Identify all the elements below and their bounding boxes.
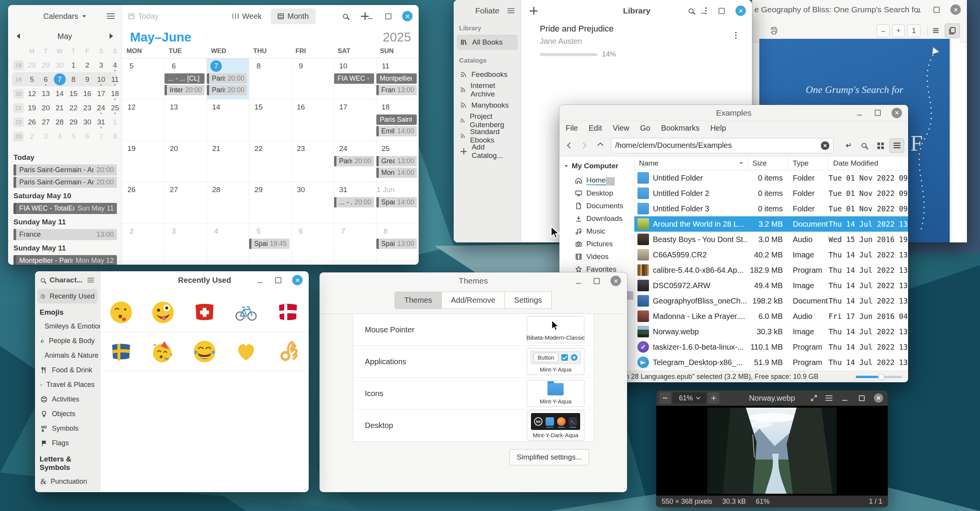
calendar-day-cell[interactable]: 7 bbox=[334, 224, 376, 265]
mini-day[interactable]: 7 bbox=[95, 130, 107, 142]
calendar-day-cell[interactable]: 5 bbox=[122, 58, 165, 100]
grid-view-icon[interactable] bbox=[873, 138, 888, 153]
mini-day[interactable]: 20 bbox=[40, 102, 52, 114]
close-button[interactable] bbox=[874, 393, 883, 403]
calendar-event[interactable]: Paris Sai... 20:00 bbox=[207, 85, 247, 95]
menu-item[interactable]: File bbox=[566, 124, 578, 133]
column-type[interactable]: Type bbox=[788, 156, 829, 170]
emoji-zany-face[interactable] bbox=[142, 293, 183, 332]
next-month-button[interactable] bbox=[110, 33, 113, 39]
mini-day[interactable]: 15 bbox=[68, 88, 80, 100]
minimize-button[interactable] bbox=[855, 108, 864, 118]
mini-day[interactable]: 27 bbox=[40, 116, 52, 128]
emoji-face-with-tears-of-joy[interactable] bbox=[184, 332, 225, 371]
add-catalog-button[interactable]: Add Catalog... bbox=[457, 144, 518, 159]
file-row[interactable]: C66A5959.CR2 40.2 MB Image Thu 14 Jul 20… bbox=[634, 247, 908, 262]
close-button[interactable] bbox=[402, 11, 413, 22]
emoji-partying-face[interactable] bbox=[142, 332, 183, 371]
icon-theme-picker[interactable]: Mint-Y-Aqua bbox=[527, 380, 584, 407]
file-row[interactable]: GeographyofBliss_oneCh... 198.2 kB Docum… bbox=[634, 293, 908, 309]
calendar-event[interactable]: France 13:00 bbox=[376, 85, 417, 95]
sidebar-place[interactable]: Home bbox=[559, 174, 634, 187]
column-name[interactable]: Name bbox=[634, 156, 748, 170]
close-button[interactable] bbox=[611, 276, 621, 286]
sidebar-item-catalog[interactable]: Feedbooks bbox=[457, 67, 518, 82]
zoom-slider[interactable] bbox=[856, 376, 902, 378]
search-icon[interactable] bbox=[41, 278, 45, 282]
fullscreen-icon[interactable] bbox=[810, 394, 818, 402]
emoji-flag-sweden[interactable] bbox=[100, 332, 142, 371]
sidebar-item-catalog[interactable]: Standard Ebooks bbox=[457, 128, 518, 144]
agenda-event[interactable]: France 13:00 bbox=[13, 229, 117, 240]
menu-item[interactable]: Help bbox=[710, 124, 726, 133]
menu-icon[interactable] bbox=[88, 280, 94, 280]
file-row[interactable]: Untitled Folder 3 0 items Folder Tue 01 … bbox=[634, 201, 908, 216]
mini-day[interactable]: 30 bbox=[54, 59, 66, 71]
menu-item[interactable]: Go bbox=[640, 124, 651, 133]
location-bar[interactable]: /home/clem/Documents/Examples bbox=[611, 138, 834, 153]
menu-icon[interactable] bbox=[507, 10, 514, 11]
minimize-button[interactable] bbox=[255, 275, 265, 285]
calendar-day-cell[interactable]: 10 FIA WEC - TotalE... bbox=[334, 58, 376, 100]
search-icon[interactable] bbox=[857, 138, 872, 153]
calendar-day-cell[interactable]: 8 bbox=[249, 58, 291, 100]
sidebar-item-people[interactable]: People & Body bbox=[37, 333, 98, 348]
prev-month-button[interactable] bbox=[17, 33, 20, 39]
file-row[interactable]: Beasty Boys - You Dont St... 3.0 MB Audi… bbox=[634, 232, 908, 247]
calendar-day-cell[interactable]: 14 bbox=[207, 100, 249, 141]
sidebar-item-all-books[interactable]: All Books bbox=[457, 35, 518, 50]
mini-day[interactable]: 13 bbox=[40, 88, 52, 100]
image-canvas[interactable] bbox=[656, 406, 888, 496]
back-button[interactable] bbox=[563, 139, 577, 153]
viewer-titlebar[interactable]: 61% Norway.webp bbox=[656, 390, 888, 406]
sidebar-toggle-icon[interactable] bbox=[933, 30, 938, 31]
calendar-day-cell[interactable]: 26 bbox=[122, 182, 165, 223]
week-view-button[interactable]: Week bbox=[225, 8, 269, 24]
tab[interactable]: Themes bbox=[394, 292, 441, 309]
sidebar-item-activities[interactable]: Activities bbox=[37, 392, 98, 406]
mini-day[interactable]: 5 bbox=[68, 130, 80, 142]
mini-day[interactable]: 8 bbox=[109, 130, 121, 142]
mini-day[interactable]: 1 bbox=[68, 59, 80, 71]
characters-headerbar[interactable]: Recently Used bbox=[100, 271, 309, 289]
up-button[interactable] bbox=[594, 139, 607, 153]
calendar-day-cell[interactable]: 4 bbox=[207, 224, 249, 265]
calendar-day-cell[interactable]: 24 Paris Sai... 20:00 bbox=[334, 141, 376, 182]
agenda-event[interactable]: Paris Saint-Germain - Arsenal [CL] 20:00 bbox=[13, 164, 117, 176]
book-kebab-icon[interactable] bbox=[735, 35, 737, 36]
calendar-day-cell[interactable]: 21 bbox=[207, 141, 249, 182]
mini-day[interactable]: 6 bbox=[40, 73, 52, 85]
calendar-event[interactable]: Spain - F... 19:45 bbox=[249, 239, 289, 249]
agenda-event[interactable]: Montpellier - Paris Saint-Germain Mon Ma… bbox=[13, 255, 117, 265]
file-row[interactable]: taskizer-1.6.0-beta-linux-... 110.1 MB P… bbox=[634, 339, 908, 355]
calendar-day-cell[interactable]: 30 bbox=[292, 182, 334, 223]
list-view-icon[interactable] bbox=[889, 138, 904, 153]
mini-day[interactable]: 24 bbox=[95, 102, 107, 114]
calendar-day-cell[interactable]: 17 bbox=[334, 100, 376, 141]
calendar-day-cell[interactable]: 23 bbox=[292, 141, 334, 182]
slider-thumb[interactable] bbox=[878, 373, 885, 380]
zoom-out-button[interactable] bbox=[659, 392, 671, 404]
agenda-event[interactable]: Paris Saint-Germain - Arsenal [CL] 20:00 bbox=[13, 177, 117, 188]
minimize-button[interactable] bbox=[699, 6, 708, 15]
mini-day[interactable]: 18 bbox=[109, 88, 121, 100]
menu-item[interactable]: View bbox=[613, 124, 629, 133]
maximize-button[interactable] bbox=[592, 276, 601, 285]
tab[interactable]: Add/Remove bbox=[441, 292, 505, 309]
calendar-day-cell[interactable]: 3 bbox=[165, 224, 207, 265]
sidebar-item-smileys[interactable]: Smileys & Emotion bbox=[37, 319, 98, 333]
sidebar-place[interactable]: Desktop bbox=[559, 187, 634, 199]
mini-day[interactable]: 6 bbox=[82, 130, 93, 142]
mini-day[interactable]: 29 bbox=[68, 116, 80, 128]
emoji-bicycle[interactable] bbox=[225, 293, 267, 332]
my-computer-node[interactable]: My Computer bbox=[559, 159, 634, 174]
calendar-day-cell[interactable]: 6 bbox=[292, 224, 334, 265]
search-icon[interactable] bbox=[689, 8, 694, 13]
zoom-level-dropdown[interactable]: 61% bbox=[672, 392, 706, 404]
calendar-event[interactable]: ... - ... [CL] 20:00 bbox=[334, 197, 374, 207]
mini-day[interactable]: 14 bbox=[54, 88, 66, 100]
emoji-ok-hand[interactable] bbox=[267, 332, 309, 371]
sidebar-place[interactable]: Downloads bbox=[559, 212, 634, 225]
mini-day[interactable]: 17 bbox=[95, 88, 107, 100]
calendar-event[interactable]: Emilia R... 14:00 bbox=[376, 126, 417, 136]
